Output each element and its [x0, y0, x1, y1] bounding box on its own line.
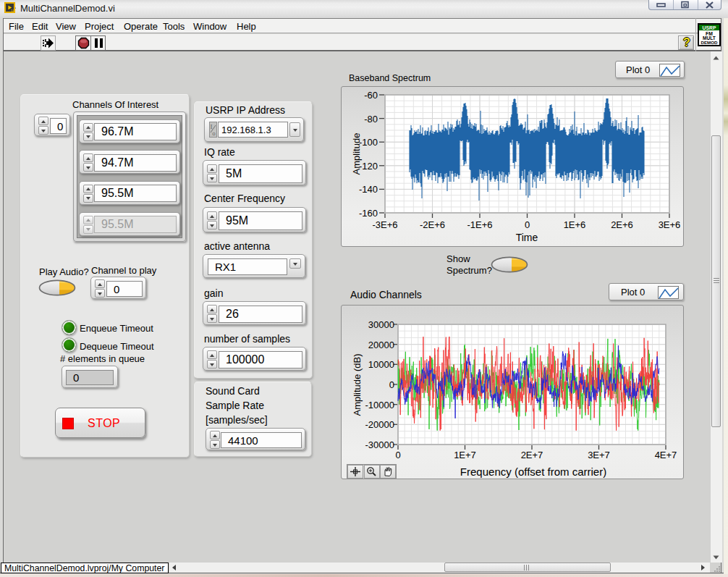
- svg-text:14: 14: [11, 9, 14, 12]
- svg-text:o: o: [212, 130, 216, 137]
- svg-text:USRP: USRP: [703, 25, 716, 30]
- svg-text:DEMOD: DEMOD: [701, 40, 718, 45]
- svg-text:I: I: [211, 123, 213, 130]
